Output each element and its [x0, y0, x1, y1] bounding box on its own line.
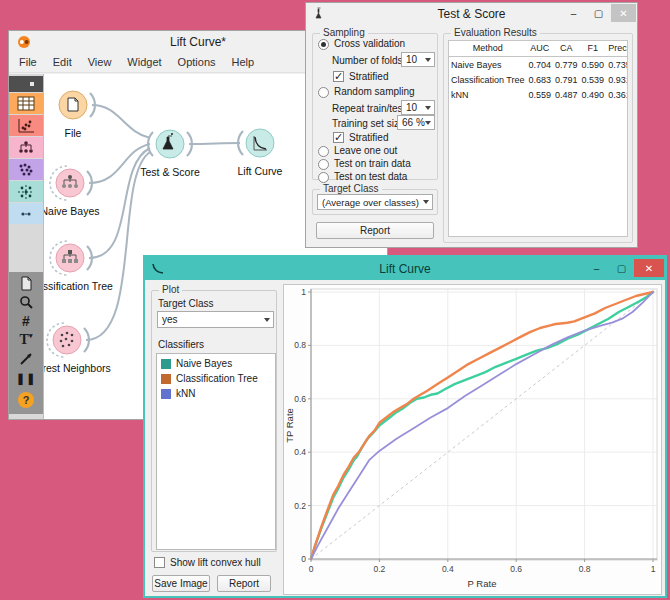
toolbox-collapse-button[interactable] — [9, 76, 43, 92]
table-row[interactable]: Naive Bayes0.7040.7790.5900.7350.492 — [449, 57, 628, 73]
ts-report-button[interactable]: Report — [316, 222, 434, 239]
train-size-combo[interactable]: 66 % — [397, 115, 435, 130]
minimize-button[interactable]: – — [584, 259, 609, 277]
node-label-classification-tree: Classification Tree — [44, 280, 113, 292]
radio-cross-validation[interactable] — [318, 39, 329, 50]
ts-target-class-combo[interactable]: (Average over classes) — [317, 194, 433, 210]
category-model-icon[interactable] — [9, 137, 43, 158]
menu-file[interactable]: File — [19, 56, 37, 68]
category-evaluate-icon[interactable] — [9, 159, 43, 180]
x-tick-label: 0.4 — [442, 564, 454, 574]
link-file-testscore[interactable] — [92, 105, 150, 138]
maximize-button[interactable]: ▢ — [586, 4, 611, 22]
results-header-row: Method AUC CA F1 Precision Recall — [449, 41, 628, 57]
radio-test-on-test[interactable] — [318, 172, 329, 183]
convex-hull-label: Show lift convex hull — [170, 557, 261, 568]
node-label-naive-bayes: Naive Bayes — [44, 205, 99, 217]
lift-curve-titlebar[interactable]: Lift Curve – ▢ ✕ — [145, 257, 665, 280]
category-data-icon[interactable] — [9, 93, 43, 114]
classifier-item-knn[interactable]: kNN — [157, 386, 275, 401]
lift-chart: 00.20.40.60.8100.20.40.60.81P RateTP Rat… — [284, 285, 661, 594]
radio-test-on-train[interactable] — [318, 159, 329, 170]
save-image-button[interactable]: Save Image — [152, 575, 210, 592]
lift-chart-panel: 00.20.40.60.8100.20.40.60.81P RateTP Rat… — [283, 284, 662, 595]
classifier-item-classification-tree[interactable]: Classification Tree — [157, 371, 275, 386]
node-nearest-neighbors[interactable]: Nearest Neighbors — [44, 323, 111, 374]
repeat-label: Repeat train/test: — [332, 103, 408, 114]
link-nearestneighbors-testscore[interactable] — [86, 152, 150, 340]
lift-target-class-combo[interactable]: yes — [157, 311, 274, 328]
y-tick-label: 0.4 — [294, 447, 306, 457]
menu-view[interactable]: View — [88, 56, 112, 68]
minimize-button[interactable]: – — [561, 4, 586, 22]
x-axis-title: P Rate — [468, 578, 497, 589]
widget-toolbar: # T▾ ❚❚ ? — [9, 74, 43, 419]
y-tick-label: 0.6 — [294, 394, 306, 404]
close-button[interactable]: ✕ — [634, 259, 664, 277]
stratified-checkbox-1[interactable] — [333, 71, 344, 82]
sampling-group-label: Sampling — [320, 27, 368, 38]
text-annotation-icon[interactable]: T▾ — [9, 331, 43, 349]
plot-group-label: Plot — [159, 284, 182, 295]
y-tick-label: 0 — [301, 554, 306, 564]
test-on-train-label: Test on train data — [334, 158, 411, 169]
radio-leave-one-out[interactable] — [318, 146, 329, 157]
evaluation-results-group: Evaluation Results Method AUC CA F1 Prec… — [443, 33, 633, 243]
cross-validation-label: Cross validation — [334, 38, 405, 49]
link-testscore-liftcurve[interactable] — [189, 143, 240, 144]
node-classification-tree[interactable]: Classification Tree — [44, 241, 113, 292]
table-row[interactable]: Classification Tree0.6830.7910.5390.9310… — [449, 72, 628, 87]
category-visualize-icon[interactable] — [9, 115, 43, 136]
x-tick-label: 0.2 — [373, 564, 385, 574]
new-document-icon[interactable] — [9, 274, 43, 292]
knn-swatch — [161, 389, 171, 399]
arrow-annotation-icon[interactable] — [9, 350, 43, 368]
y-tick-label: 1 — [301, 287, 306, 297]
menu-options[interactable]: Options — [178, 56, 216, 68]
lift-target-class-label: Target Class — [158, 298, 214, 309]
convex-hull-checkbox[interactable] — [154, 557, 165, 568]
category-prototypes-icon[interactable] — [9, 203, 43, 224]
random-sampling-label: Random sampling — [334, 86, 415, 97]
train-size-label: Training set size: — [332, 118, 407, 129]
classification-tree-swatch — [161, 374, 171, 384]
table-row[interactable]: kNN0.5590.4870.4900.3610.762 — [449, 87, 628, 102]
y-tick-label: 0.2 — [294, 501, 306, 511]
menu-edit[interactable]: Edit — [53, 56, 72, 68]
x-tick-label: 1 — [651, 564, 656, 574]
classifiers-list: Naive Bayes Classification Tree kNN — [156, 353, 276, 550]
svg-text:?: ? — [23, 394, 30, 406]
node-naive-bayes[interactable]: Naive Bayes — [44, 166, 99, 217]
test-score-window: Test & Score – ▢ ✕ Sampling Cross valida… — [305, 2, 638, 248]
node-label-nearest-neighbors: Nearest Neighbors — [44, 362, 111, 374]
menu-help[interactable]: Help — [232, 56, 255, 68]
test-score-titlebar[interactable]: Test & Score – ▢ ✕ — [306, 3, 637, 24]
folds-label: Number of folds: — [332, 55, 405, 66]
pause-signals-icon[interactable]: ❚❚ — [9, 369, 43, 387]
maximize-button[interactable]: ▢ — [609, 259, 634, 277]
node-file[interactable]: File — [59, 91, 95, 139]
y-tick-label: 0.8 — [294, 340, 306, 350]
node-lift-curve[interactable]: Lift Curve — [238, 129, 283, 177]
align-grid-icon[interactable]: # — [9, 312, 43, 330]
folds-combo[interactable]: 10 — [401, 52, 435, 67]
repeat-combo[interactable]: 10 — [401, 100, 435, 115]
desktop-background: Lift Curve* File Edit View Widget Option… — [0, 0, 670, 600]
ts-target-class-label: Target Class — [320, 183, 382, 194]
y-axis-title: TP Rate — [284, 408, 295, 443]
zoom-icon[interactable] — [9, 293, 43, 311]
help-icon[interactable]: ? — [9, 390, 43, 410]
x-tick-label: 0.6 — [510, 564, 522, 574]
stratified-checkbox-2[interactable] — [333, 132, 344, 143]
leave-one-out-label: Leave one out — [334, 145, 397, 156]
close-button[interactable]: ✕ — [611, 4, 636, 22]
x-tick-label: 0 — [309, 564, 314, 574]
classifier-item-naive-bayes[interactable]: Naive Bayes — [157, 356, 275, 371]
category-unsupervised-icon[interactable] — [9, 181, 43, 202]
radio-random-sampling[interactable] — [318, 87, 329, 98]
stratified-label-1: Stratified — [349, 71, 388, 82]
menu-widget[interactable]: Widget — [127, 56, 161, 68]
node-test-score[interactable]: Test & Score — [140, 130, 200, 178]
node-label-file: File — [65, 127, 82, 139]
lift-report-button[interactable]: Report — [217, 575, 271, 592]
